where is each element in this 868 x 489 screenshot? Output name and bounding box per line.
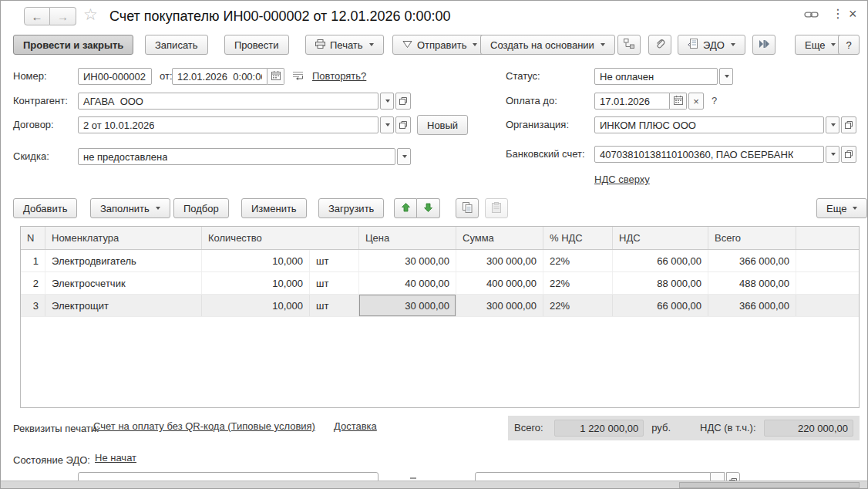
date-calendar-button[interactable]: [267, 68, 284, 85]
copy-rows-button[interactable]: [456, 198, 479, 218]
pay-until-calendar-button[interactable]: [670, 93, 687, 110]
cell-quantity[interactable]: 10,000: [202, 272, 310, 294]
print-button[interactable]: Печать: [305, 35, 384, 55]
move-row-up-button[interactable]: [394, 198, 417, 218]
status-select[interactable]: Не оплачен: [594, 68, 718, 85]
paste-rows-button[interactable]: [485, 198, 508, 218]
contract-input[interactable]: 2 от 10.01.2026: [78, 116, 378, 133]
organization-open-button[interactable]: [841, 116, 856, 133]
cell-sum[interactable]: 300 000,00: [456, 295, 543, 316]
structure-links-button[interactable]: [617, 35, 641, 55]
date-input[interactable]: 12.01.2026 0:00:00: [172, 68, 267, 85]
cell-price-focused[interactable]: 30 000,00: [359, 295, 456, 316]
cell-price[interactable]: 40 000,00: [359, 272, 456, 294]
cell-vat-rate[interactable]: 22%: [543, 250, 613, 271]
discount-select[interactable]: не предоставлена: [78, 148, 395, 165]
attachments-button[interactable]: [648, 35, 671, 55]
favorite-star-icon[interactable]: ☆: [83, 6, 98, 23]
items-more-button[interactable]: Еще: [816, 198, 867, 218]
load-button[interactable]: Загрузить: [318, 198, 384, 218]
header-nomenclature[interactable]: Номенклатура: [45, 227, 202, 249]
business-process-button[interactable]: [752, 35, 775, 55]
post-button[interactable]: Провести: [224, 35, 289, 55]
cell-vat[interactable]: 88 000,00: [613, 272, 708, 294]
edo-button[interactable]: ЭДО: [678, 35, 745, 55]
header-vat-rate[interactable]: % НДС: [543, 227, 613, 249]
bottom-scrollbar-thumb[interactable]: [679, 482, 860, 488]
table-row-selected[interactable]: 3 Электрощит 10,000 шт 30 000,00 300 000…: [21, 295, 859, 317]
table-row[interactable]: 2 Электросчетчик 10,000 шт 40 000,00 400…: [21, 272, 859, 295]
cell-sum[interactable]: 400 000,00: [456, 272, 543, 294]
cell-vat[interactable]: 66 000,00: [613, 295, 708, 316]
send-button[interactable]: Отправить: [392, 35, 487, 55]
header-vat[interactable]: НДС: [613, 227, 708, 249]
cell-n[interactable]: 2: [21, 272, 45, 294]
cell-nomenclature[interactable]: Электрощит: [45, 295, 202, 316]
header-total[interactable]: Всего: [708, 227, 796, 249]
print-form-link[interactable]: Счет на оплату без QR-кода (Типовые усло…: [93, 420, 315, 432]
cell-vat-rate[interactable]: 22%: [543, 295, 613, 316]
cell-quantity[interactable]: 10,000: [202, 250, 310, 271]
edo-state-link[interactable]: Не начат: [95, 452, 136, 464]
move-row-down-button[interactable]: [417, 198, 440, 218]
fill-button[interactable]: Заполнить: [90, 198, 170, 218]
header-price[interactable]: Цена: [359, 227, 456, 249]
bank-account-select[interactable]: 40703810138110100360, ПАО СБЕРБАНК: [594, 146, 824, 163]
cell-price[interactable]: 30 000,00: [359, 250, 456, 271]
vat-mode-link[interactable]: НДС сверху: [594, 174, 650, 185]
repeat-link[interactable]: Повторять?: [312, 70, 366, 82]
cell-total[interactable]: 366 000,00: [708, 250, 796, 271]
delivery-link[interactable]: Доставка: [334, 420, 377, 432]
edit-row-button[interactable]: Изменить: [241, 198, 307, 218]
header-n[interactable]: N: [21, 227, 45, 249]
cell-unit[interactable]: шт: [310, 250, 359, 271]
bank-account-open-button[interactable]: [841, 146, 856, 163]
add-row-button[interactable]: Добавить: [13, 198, 77, 218]
chevron-down-icon: [601, 43, 605, 46]
status-label: Статус:: [506, 68, 540, 85]
save-button[interactable]: Записать: [145, 35, 208, 55]
cell-sum[interactable]: 300 000,00: [456, 250, 543, 271]
organization-dropdown-button[interactable]: [826, 116, 839, 133]
header-quantity[interactable]: Количество: [202, 227, 359, 249]
help-button[interactable]: ?: [838, 35, 860, 55]
header-sum[interactable]: Сумма: [456, 227, 543, 249]
cell-nomenclature[interactable]: Электросчетчик: [45, 272, 202, 294]
counterparty-open-button[interactable]: [395, 93, 411, 110]
new-contract-button[interactable]: Новый: [417, 115, 468, 135]
schedule-repeat-icon[interactable]: [292, 70, 304, 83]
discount-dropdown-button[interactable]: [397, 148, 411, 165]
create-based-on-button[interactable]: Создать на основании: [480, 35, 615, 55]
forward-button[interactable]: →: [50, 7, 76, 25]
close-icon[interactable]: ×: [849, 8, 857, 20]
pay-until-hint-icon[interactable]: ?: [712, 93, 717, 110]
cell-total[interactable]: 366 000,00: [708, 295, 796, 316]
cell-unit[interactable]: шт: [310, 272, 359, 294]
number-input[interactable]: ИН00-000002: [78, 68, 152, 85]
pay-until-input[interactable]: 17.01.2026: [594, 93, 670, 110]
cell-vat[interactable]: 66 000,00: [613, 250, 708, 271]
cell-nomenclature[interactable]: Электродвигатель: [45, 250, 202, 271]
status-dropdown-button[interactable]: [719, 68, 733, 85]
pay-until-clear-button[interactable]: ×: [688, 93, 704, 110]
cell-quantity[interactable]: 10,000: [202, 295, 310, 316]
contract-dropdown-button[interactable]: [380, 116, 394, 133]
counterparty-dropdown-button[interactable]: [380, 93, 394, 110]
pick-items-button[interactable]: Подбор: [173, 198, 229, 218]
get-link-icon[interactable]: [804, 10, 819, 22]
cell-vat-rate[interactable]: 22%: [543, 272, 613, 294]
back-button[interactable]: ←: [24, 7, 50, 25]
cell-n[interactable]: 3: [21, 295, 45, 316]
cell-total[interactable]: 488 000,00: [708, 272, 796, 294]
table-row[interactable]: 1 Электродвигатель 10,000 шт 30 000,00 3…: [21, 250, 859, 272]
counterparty-input[interactable]: АГАВА ООО: [78, 93, 378, 110]
post-and-close-button[interactable]: Провести и закрыть: [13, 35, 133, 55]
bank-account-dropdown-button[interactable]: [826, 146, 839, 163]
bottom-scrollbar-track[interactable]: [1, 481, 867, 488]
contract-open-button[interactable]: [395, 116, 411, 133]
send-icon: [402, 39, 412, 51]
more-menu-icon[interactable]: ⋮: [832, 8, 844, 20]
cell-unit[interactable]: шт: [310, 295, 359, 316]
organization-select[interactable]: ИНКОМ ПЛЮС ООО: [594, 116, 824, 133]
cell-n[interactable]: 1: [21, 250, 45, 271]
